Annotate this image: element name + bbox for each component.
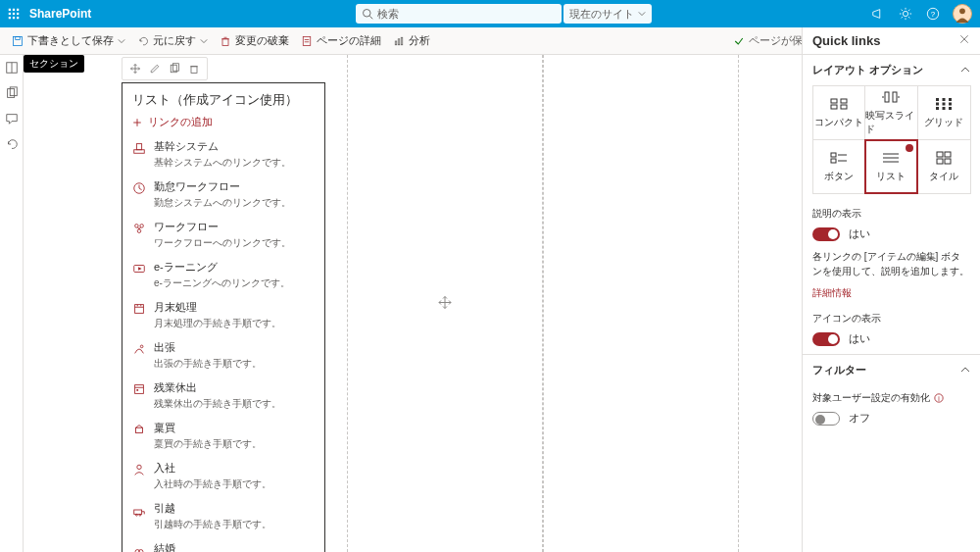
- chevron-up-icon: [960, 365, 970, 375]
- link-title: 入社: [154, 461, 271, 476]
- svg-rect-93: [831, 153, 836, 157]
- svg-rect-1: [13, 9, 15, 11]
- link-title: e-ラーニング: [154, 260, 290, 275]
- undo-icon: [137, 35, 149, 47]
- delete-webpart-button[interactable]: [185, 60, 203, 77]
- layout-options: コンパクト 映写スライド グリッド ボタン リスト タイル: [803, 85, 980, 201]
- audience-targeting-toggle[interactable]: [812, 412, 840, 426]
- quick-link-item[interactable]: 引越引越時の手続き手順です。: [132, 501, 315, 531]
- undo-button[interactable]: 元に戻す: [131, 27, 214, 54]
- duplicate-webpart-button[interactable]: [166, 60, 183, 77]
- svg-rect-100: [937, 152, 943, 157]
- waffle-icon: [8, 8, 20, 20]
- analytics-button[interactable]: 分析: [387, 27, 436, 54]
- quick-link-item[interactable]: 入社入社時の手続き手順です。: [132, 461, 315, 491]
- layout-filmstrip[interactable]: 映写スライド: [864, 85, 918, 140]
- quick-link-item[interactable]: ワークフローワークフローへのリンクです。: [132, 220, 315, 250]
- search-input[interactable]: 検索: [356, 4, 562, 24]
- comment-icon[interactable]: [5, 112, 19, 125]
- quick-link-item[interactable]: 稟買稟買の手続き手順です。: [132, 421, 315, 451]
- svg-rect-81: [893, 92, 897, 102]
- layout-button[interactable]: ボタン: [812, 139, 866, 194]
- svg-line-19: [908, 10, 909, 11]
- link-title: ワークフロー: [154, 220, 291, 234]
- show-icon-toggle[interactable]: [812, 332, 840, 346]
- empty-column-2[interactable]: [347, 55, 543, 552]
- svg-point-54: [137, 229, 141, 233]
- link-icon: [132, 141, 146, 155]
- search-scope-dropdown[interactable]: 現在のサイト: [564, 4, 652, 24]
- svg-rect-101: [945, 152, 951, 157]
- svg-rect-0: [9, 9, 11, 11]
- link-icon: [132, 382, 146, 396]
- link-description: 勤怠システムへのリンクです。: [154, 196, 291, 210]
- layout-list[interactable]: リスト: [864, 139, 918, 194]
- layout-grid[interactable]: グリッド: [917, 85, 971, 140]
- webpart-title[interactable]: リスト（作成アイコン使用）: [132, 91, 315, 109]
- link-icon: [132, 543, 146, 552]
- app-launcher[interactable]: [0, 0, 27, 27]
- svg-rect-66: [136, 389, 138, 391]
- layout-compact[interactable]: コンパクト: [812, 85, 866, 140]
- svg-rect-3: [9, 13, 11, 15]
- svg-point-68: [137, 465, 141, 469]
- close-panel-button[interactable]: [958, 33, 970, 48]
- link-icon: [132, 423, 146, 436]
- svg-point-11: [903, 11, 907, 16]
- suite-bar: SharePoint 検索 現在のサイト ?: [0, 0, 980, 27]
- layout-section-header[interactable]: レイアウト オプション: [803, 54, 980, 85]
- show-description-toggle[interactable]: [812, 227, 840, 241]
- check-icon: [733, 35, 745, 47]
- svg-point-71: [139, 514, 141, 516]
- quick-link-item[interactable]: 基幹システム基幹システムへのリンクです。: [132, 139, 315, 170]
- svg-line-10: [370, 16, 373, 19]
- close-icon: [958, 33, 970, 45]
- filter-section-header[interactable]: フィルター: [803, 354, 980, 385]
- section-layout-icon[interactable]: [5, 61, 19, 75]
- megaphone-icon[interactable]: [870, 6, 886, 22]
- empty-column-3[interactable]: [543, 55, 739, 552]
- quick-link-item[interactable]: e-ラーニングe-ラーニングへのリンクです。: [132, 260, 315, 290]
- svg-rect-23: [14, 36, 23, 45]
- quick-link-item[interactable]: 月末処理月末処理の手続き手順です。: [132, 300, 315, 330]
- layout-tiles[interactable]: タイル: [917, 139, 971, 194]
- svg-rect-92: [949, 107, 952, 110]
- discard-button[interactable]: 変更の破棄: [214, 27, 295, 54]
- app-name[interactable]: SharePoint: [29, 7, 91, 21]
- svg-rect-6: [9, 17, 11, 19]
- edit-webpart-button[interactable]: [146, 60, 164, 77]
- move-handle-icon[interactable]: [437, 294, 453, 313]
- quick-link-item[interactable]: 結婚結婚時の手続き手順です。: [132, 541, 315, 552]
- svg-line-18: [902, 17, 903, 18]
- add-link-button[interactable]: リンクの追加: [132, 115, 315, 129]
- svg-rect-7: [13, 17, 15, 19]
- trash-icon: [220, 35, 231, 47]
- quick-link-item[interactable]: 勤怠ワークフロー勤怠システムへのリンクです。: [132, 179, 315, 210]
- info-icon[interactable]: i: [934, 393, 944, 403]
- avatar[interactable]: [953, 4, 972, 24]
- panel-title: Quick links: [812, 33, 880, 48]
- link-title: 残業休出: [154, 380, 281, 395]
- link-icon: [132, 262, 146, 276]
- link-title: 稟買: [154, 421, 262, 435]
- link-title: 基幹システム: [154, 139, 291, 154]
- search-icon: [362, 8, 373, 20]
- page-details-button[interactable]: ページの詳細: [295, 27, 387, 54]
- gear-icon[interactable]: [898, 6, 913, 22]
- description-help-text: 各リンクの [アイテムの編集] ボタンを使用して、説明を追加します。: [803, 249, 980, 286]
- copy-icon[interactable]: [5, 86, 19, 100]
- quick-links-webpart[interactable]: リスト（作成アイコン使用） リンクの追加 基幹システム基幹システムへのリンクです…: [122, 82, 325, 552]
- link-description: 入社時の手続き手順です。: [154, 477, 271, 491]
- quick-link-item[interactable]: 残業休出残業休出の手続き手順です。: [132, 380, 315, 411]
- quick-link-item[interactable]: 出張出張の手続き手順です。: [132, 340, 315, 371]
- svg-rect-86: [949, 98, 952, 101]
- save-draft-button[interactable]: 下書きとして保存: [6, 27, 131, 54]
- svg-rect-88: [943, 102, 946, 105]
- move-webpart-button[interactable]: [126, 60, 144, 77]
- chevron-down-icon: [200, 37, 208, 45]
- help-icon[interactable]: ?: [925, 6, 941, 22]
- details-link[interactable]: 詳細情報: [803, 286, 980, 306]
- svg-line-51: [139, 188, 142, 190]
- svg-rect-47: [134, 150, 145, 154]
- undo-stack-icon[interactable]: [5, 137, 19, 151]
